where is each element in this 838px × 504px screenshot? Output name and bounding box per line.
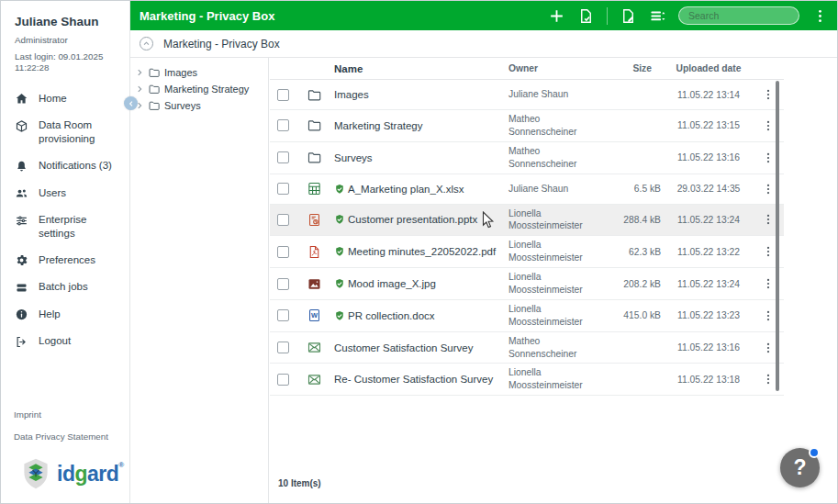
row-checkbox[interactable] bbox=[277, 342, 289, 353]
mail-icon bbox=[294, 340, 334, 355]
info-icon bbox=[15, 308, 28, 321]
breadcrumb-label: Marketing - Privacy Box bbox=[163, 38, 280, 50]
idgard-logo: idgard® bbox=[1, 454, 129, 503]
row-checkbox[interactable] bbox=[277, 119, 289, 131]
sidebar-item-label: Preferences bbox=[39, 253, 95, 267]
sidebar-footer-links: ImprintData Privacy Statement bbox=[1, 409, 129, 442]
item-count: 10 Item(s) bbox=[278, 478, 321, 488]
row-date: 11.05.22 13:23 bbox=[665, 310, 753, 320]
row-owner: Juliane Shaun bbox=[508, 88, 606, 101]
tree-item-label: Marketing Strategy bbox=[164, 84, 249, 95]
home-icon bbox=[15, 92, 28, 106]
sidebar-item-label: Logout bbox=[39, 334, 71, 348]
table-row[interactable]: Images Juliane Shaun 11.05.22 13:14 bbox=[270, 80, 784, 110]
row-checkbox[interactable] bbox=[277, 183, 289, 195]
search-input[interactable] bbox=[678, 6, 799, 25]
table-row[interactable]: Mood image_X.jpg Lionella Moossteinmeist… bbox=[270, 268, 784, 300]
sidebar-footer: ImprintData Privacy Statement idgard® bbox=[1, 409, 129, 503]
verified-badge-icon bbox=[334, 214, 345, 225]
bell-icon bbox=[15, 160, 28, 174]
table-row[interactable]: Customer Satisfaction Survey Matheo Sonn… bbox=[270, 332, 784, 364]
table-row[interactable]: Meeting minutes_22052022.pdf Lionella Mo… bbox=[270, 236, 784, 268]
row-name: Images bbox=[334, 89, 369, 100]
row-checkbox[interactable] bbox=[277, 374, 289, 386]
sidebar-link-data-privacy-statement[interactable]: Data Privacy Statement bbox=[1, 431, 129, 442]
verified-badge-icon bbox=[334, 246, 345, 257]
table-row[interactable]: W PR collection.docx Lionella Moossteinm… bbox=[270, 300, 784, 332]
kebab-menu-icon[interactable] bbox=[811, 7, 829, 25]
folder-icon bbox=[294, 118, 334, 133]
plus-icon[interactable] bbox=[548, 7, 565, 25]
excel-icon bbox=[294, 181, 334, 196]
toolbar-divider bbox=[607, 7, 608, 25]
batch-jobs-icon bbox=[15, 281, 28, 295]
table-row[interactable]: Surveys Matheo Sonnenscheiner 11.05.22 1… bbox=[270, 142, 784, 174]
data-room-icon bbox=[15, 119, 28, 133]
file-check-icon[interactable] bbox=[577, 7, 595, 25]
sidebar-item-label: Enterprise settings bbox=[39, 213, 124, 241]
sidebar-item-label: Users bbox=[39, 186, 66, 200]
table-row[interactable]: Customer presentation.pptx Lionella Moos… bbox=[270, 205, 784, 237]
chevron-right-icon[interactable] bbox=[135, 84, 144, 94]
sidebar-item-home[interactable]: Home bbox=[1, 85, 129, 113]
row-checkbox[interactable] bbox=[277, 89, 289, 101]
sidebar-item-batch-jobs[interactable]: Batch jobs bbox=[1, 274, 129, 301]
row-checkbox[interactable] bbox=[277, 214, 289, 226]
idgard-logo-mark-icon bbox=[19, 457, 52, 490]
row-date: 11.05.22 13:16 bbox=[665, 152, 753, 162]
row-checkbox[interactable] bbox=[277, 278, 289, 290]
logout-icon bbox=[15, 335, 28, 349]
row-owner: Lionella Moossteinmeister bbox=[508, 303, 606, 329]
row-name: Customer Satisfaction Survey bbox=[334, 342, 473, 353]
row-size: 6.5 kB bbox=[606, 184, 665, 194]
svg-text:W: W bbox=[310, 312, 317, 320]
column-header-size[interactable]: Size bbox=[606, 63, 665, 73]
row-checkbox[interactable] bbox=[277, 309, 289, 321]
idgard-app: { "colors": { "accent_green": "#00a82e",… bbox=[0, 0, 838, 504]
row-owner: Lionella Moossteinmeister bbox=[508, 239, 606, 264]
row-date: 11.05.22 13:16 bbox=[665, 342, 753, 353]
tree-item-marketing-strategy[interactable]: Marketing Strategy bbox=[130, 81, 268, 97]
column-header-owner[interactable]: Owner bbox=[508, 62, 606, 75]
tree-item-label: Surveys bbox=[164, 100, 201, 111]
sidebar-nav: Home Data Room provisioning Notification… bbox=[1, 85, 129, 355]
row-name: Marketing Strategy bbox=[334, 120, 423, 131]
sidebar-item-help[interactable]: Help bbox=[1, 301, 129, 329]
user-last-login: Last login: 09.01.2025 11:22:28 bbox=[15, 51, 122, 73]
row-name: Surveys bbox=[334, 152, 373, 163]
user-block: Juliane Shaun Administrator Last login: … bbox=[1, 1, 129, 74]
sidebar-item-enterprise-settings[interactable]: Enterprise settings bbox=[1, 207, 129, 247]
page-title: Marketing - Privacy Box bbox=[140, 9, 274, 23]
sidebar-item-users[interactable]: Users bbox=[1, 180, 129, 207]
powerpoint-icon bbox=[294, 212, 334, 228]
column-header-name[interactable]: Name bbox=[334, 63, 508, 74]
tree-item-images[interactable]: Images bbox=[130, 64, 268, 81]
table-scrollbar[interactable] bbox=[776, 81, 779, 391]
table-row[interactable]: Re- Customer Satisfaction Survey Lionell… bbox=[270, 364, 784, 396]
file-edit-icon[interactable] bbox=[620, 7, 637, 25]
sort-list-icon[interactable] bbox=[649, 7, 666, 25]
row-checkbox[interactable] bbox=[277, 246, 289, 258]
tree-item-label: Images bbox=[164, 67, 197, 78]
column-header-date[interactable]: Uploaded date bbox=[665, 63, 753, 73]
chevron-right-icon[interactable] bbox=[135, 68, 144, 77]
row-date: 11.05.22 13:15 bbox=[665, 120, 753, 130]
help-button[interactable]: ? bbox=[780, 448, 820, 487]
topbar: Marketing - Privacy Box bbox=[130, 1, 837, 30]
sidebar-item-preferences[interactable]: Preferences bbox=[1, 247, 129, 274]
sidebar-item-notifications-3[interactable]: Notifications (3) bbox=[1, 152, 129, 180]
table-row[interactable]: Marketing Strategy Matheo Sonnenscheiner… bbox=[270, 110, 784, 142]
sidebar-item-label: Home bbox=[39, 92, 67, 106]
table-row[interactable]: A_Marketing plan_X.xlsx Juliane Shaun 6.… bbox=[270, 174, 784, 205]
sidebar-link-imprint[interactable]: Imprint bbox=[1, 409, 129, 420]
row-checkbox[interactable] bbox=[277, 151, 289, 163]
chevron-up-icon[interactable] bbox=[140, 37, 153, 50]
tree-item-surveys[interactable]: Surveys bbox=[130, 97, 268, 114]
help-notification-badge bbox=[809, 447, 820, 458]
tree-collapse-button[interactable] bbox=[124, 96, 138, 110]
row-date: 11.05.22 13:24 bbox=[665, 279, 753, 289]
sidebar-item-data-room-provisioning[interactable]: Data Room provisioning bbox=[1, 112, 129, 152]
sidebar-item-logout[interactable]: Logout bbox=[1, 328, 129, 355]
row-size: 208.2 kB bbox=[606, 279, 665, 289]
table-body: Images Juliane Shaun 11.05.22 13:14 Mark… bbox=[270, 80, 784, 396]
